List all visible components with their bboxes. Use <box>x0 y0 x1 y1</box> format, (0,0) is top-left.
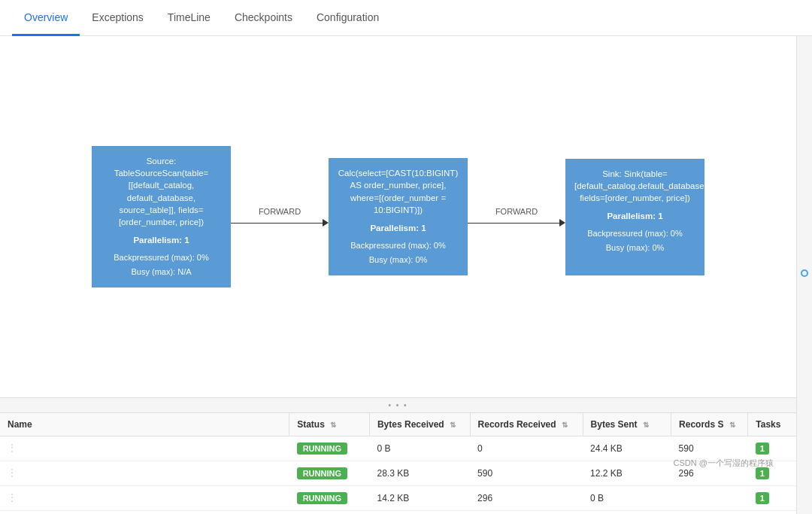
tab-checkpoints[interactable]: Checkpoints <box>223 1 304 36</box>
row-2-bytes-sent: 12.2 KB <box>583 461 671 486</box>
calc-node-parallelism: Parallelism: 1 <box>338 222 459 234</box>
table-body: ⋮ Source: TableSourceScan(table=[[defaul… <box>0 436 796 511</box>
tab-exceptions[interactable]: Exceptions <box>80 1 155 36</box>
table-row: ⋮ Sink: Sink(table=[default_catalog.defa… <box>0 486 796 511</box>
sink-node[interactable]: Sink: Sink(table=[default_catalog.defaul… <box>565 159 704 275</box>
diagram-area: Source: TableSourceScan(table=[[default_… <box>0 36 797 514</box>
row-3-tasks-badge: 1 <box>756 492 769 504</box>
sort-icon-records-recv: ⇅ <box>562 421 568 429</box>
sink-node-busy: Busy (max): 0% <box>574 242 695 254</box>
nav-tabs: Overview Exceptions TimeLine Checkpoints… <box>0 0 812 36</box>
watermark: CSDN @一个写湿的程序猿 <box>674 458 774 469</box>
row-3-bytes-sent: 0 B <box>583 486 671 511</box>
sort-icon-status: ⇅ <box>330 421 336 429</box>
row-1-status: RUNNING <box>289 436 370 461</box>
arrow-1-head <box>323 219 329 227</box>
table-section: • • • Name Status ⇅ Bytes Received <box>0 397 796 514</box>
col-header-records-sent[interactable]: Records S ⇅ <box>671 413 748 436</box>
sort-icon-records-sent: ⇅ <box>729 421 735 429</box>
col-header-bytes-sent[interactable]: Bytes Sent ⇅ <box>583 413 671 436</box>
sink-node-parallelism: Parallelism: 1 <box>574 210 695 222</box>
col-header-records-received[interactable]: Records Received ⇅ <box>470 413 583 436</box>
sort-icon-bytes-sent: ⇅ <box>643 421 649 429</box>
sink-node-title: Sink: Sink(table=[default_catalog.defaul… <box>574 168 695 204</box>
row-3-name-cell: ⋮ Sink: Sink(table=[default_catalog.defa… <box>0 486 15 509</box>
arrow-1-body <box>231 223 323 224</box>
row-2-status-badge: RUNNING <box>297 467 347 479</box>
tab-timeline[interactable]: TimeLine <box>156 1 223 36</box>
row-3-tasks: 1 <box>748 486 796 511</box>
sort-icon-bytes-recv: ⇅ <box>450 421 456 429</box>
calc-node-title: Calc(select=[CAST(10:BIGINT) AS order_nu… <box>338 167 459 215</box>
arrow-2-body <box>468 223 559 224</box>
row-1-name-cell: ⋮ Source: TableSourceScan(table=[[defaul… <box>0 436 15 459</box>
source-node[interactable]: Source: TableSourceScan(table=[[default_… <box>92 146 231 287</box>
sink-node-backpressure: Backpressured (max): 0% <box>574 228 695 239</box>
resize-dots: • • • <box>388 401 408 409</box>
arrow-2: FORWARD <box>468 207 565 227</box>
source-node-parallelism: Parallelism: 1 <box>101 234 222 246</box>
row-1-bytes-recv: 0 B <box>369 436 470 461</box>
row-2-status: RUNNING <box>289 461 370 486</box>
arrow-2-line <box>468 219 565 227</box>
row-1-records-recv: 0 <box>470 436 583 461</box>
source-node-backpressure: Backpressured (max): 0% <box>101 252 222 263</box>
scroll-indicator[interactable] <box>801 269 808 277</box>
main-content: Source: TableSourceScan(table=[[default_… <box>0 36 812 514</box>
row-2-menu[interactable]: ⋮ <box>8 467 14 478</box>
right-scrollbar-panel <box>797 36 812 514</box>
col-header-bytes-received[interactable]: Bytes Received ⇅ <box>369 413 470 436</box>
arrow-1-line <box>231 219 329 227</box>
resize-handle[interactable]: • • • <box>0 398 796 413</box>
row-3-records-recv: 296 <box>470 486 583 511</box>
col-header-tasks: Tasks <box>748 413 796 436</box>
row-3-status: RUNNING <box>289 486 370 511</box>
row-3-menu[interactable]: ⋮ <box>8 492 14 503</box>
calc-node-backpressure: Backpressured (max): 0% <box>338 240 459 251</box>
row-3-records-sent <box>671 486 748 511</box>
row-3-status-badge: RUNNING <box>297 492 347 504</box>
arrow-2-label: FORWARD <box>495 207 538 216</box>
source-node-busy: Busy (max): N/A <box>101 266 222 278</box>
table-header: Name Status ⇅ Bytes Received ⇅ Records R… <box>0 413 796 436</box>
row-1-status-badge: RUNNING <box>297 443 347 455</box>
calc-node[interactable]: Calc(select=[CAST(10:BIGINT) AS order_nu… <box>329 158 468 275</box>
row-2-records-recv: 590 <box>470 461 583 486</box>
flow-nodes: Source: TableSourceScan(table=[[default_… <box>92 146 704 287</box>
arrow-2-head <box>559 219 565 227</box>
tab-configuration[interactable]: Configuration <box>304 1 391 36</box>
row-1-bytes-sent: 24.4 KB <box>583 436 671 461</box>
source-node-title: Source: TableSourceScan(table=[[default_… <box>101 155 222 228</box>
col-header-status[interactable]: Status ⇅ <box>289 413 370 436</box>
arrow-1-label: FORWARD <box>259 207 301 216</box>
col-header-name: Name <box>0 413 289 436</box>
row-2-bytes-recv: 28.3 KB <box>369 461 470 486</box>
tab-overview[interactable]: Overview <box>12 1 80 36</box>
flow-diagram: Source: TableSourceScan(table=[[default_… <box>0 81 796 352</box>
row-1-tasks-badge: 1 <box>756 443 769 455</box>
row-2-name-cell: ⋮ Calc(select=[CAST(10:BIGINT) AS order_… <box>0 461 15 484</box>
arrow-1: FORWARD <box>231 207 329 227</box>
row-3-bytes-recv: 14.2 KB <box>369 486 470 511</box>
row-1-menu[interactable]: ⋮ <box>8 443 14 453</box>
calc-node-busy: Busy (max): 0% <box>338 254 459 266</box>
row-2-tasks-badge: 1 <box>756 467 769 479</box>
